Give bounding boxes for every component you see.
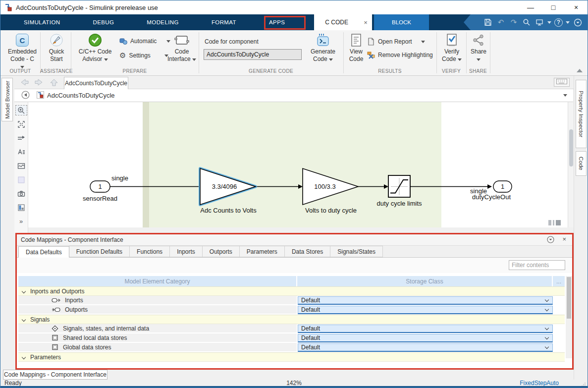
view-code-icon	[350, 33, 362, 47]
code-mappings-table: Model Element Category Storage Class ...…	[18, 276, 565, 362]
up-to-parent-icon[interactable]	[49, 78, 59, 88]
generate-code-button[interactable]: Generate Code	[307, 32, 339, 63]
code-interface-button[interactable]: Code Interface	[166, 32, 198, 63]
tab-parameters[interactable]: Parameters	[239, 246, 285, 257]
code-advisor-button[interactable]: C/C++ Code Advisor	[74, 32, 116, 63]
collapse-group-icon[interactable]	[22, 317, 26, 321]
help-dropdown-icon[interactable]	[566, 21, 570, 24]
annotation-tool-icon[interactable]	[15, 147, 27, 157]
model-file-icon	[37, 91, 44, 100]
code-advisor-label2: Advisor	[82, 55, 102, 62]
collapse-ribbon-icon[interactable]	[577, 69, 583, 72]
storage-class-dropdown-signals[interactable]: Default	[298, 325, 553, 333]
group-row-parameters[interactable]: Parameters	[18, 352, 565, 362]
tab-outports[interactable]: Outports	[202, 246, 240, 257]
panel-vertical-scrollbar[interactable]	[566, 276, 572, 358]
zoom-tool-icon[interactable]	[15, 105, 27, 115]
storage-class-dropdown-shared-local[interactable]: Default	[298, 334, 553, 342]
screenshot-dropdown-icon[interactable]	[547, 21, 551, 24]
ribbon-tab-strip: SIMULATION DEBUG MODELING FORMAT APPS C …	[0, 14, 588, 30]
expand-palette-icon[interactable]: »	[15, 216, 27, 226]
collapse-group-icon[interactable]	[22, 355, 26, 359]
signal-routing-icon[interactable]	[15, 133, 27, 143]
tab-data-stores[interactable]: Data Stores	[284, 246, 330, 257]
row-shared-local-data-stores[interactable]: Shared local data stores	[18, 333, 297, 343]
view-code-button[interactable]: View Code	[346, 32, 366, 63]
settings-button[interactable]: ⚙ Settings	[119, 51, 168, 60]
solver-indicator[interactable]: FixedStepAuto	[520, 380, 559, 387]
tab-block[interactable]: BLOCK	[374, 14, 429, 30]
row-inports[interactable]: Inports	[18, 296, 297, 305]
row-signals-states-internal[interactable]: Signals, states, and internal data	[18, 324, 297, 333]
fit-to-view-icon[interactable]	[15, 119, 27, 129]
column-more-button[interactable]: ...	[553, 276, 565, 286]
back-icon[interactable]	[19, 78, 29, 88]
area-tool-icon[interactable]	[15, 174, 27, 185]
close-panel-icon[interactable]: ×	[562, 235, 566, 243]
breadcrumb-model-name[interactable]: AdcCountsToDutyCycle	[47, 92, 115, 99]
remove-highlighting-label: Remove Highlighting	[378, 52, 433, 58]
minimize-ribbon-icon[interactable]	[573, 17, 583, 27]
viewer-tool-icon[interactable]	[15, 161, 27, 171]
code-tab[interactable]: Code	[576, 151, 587, 176]
storage-class-dropdown-global[interactable]: Default	[298, 343, 553, 352]
storage-class-dropdown-outports[interactable]: Default	[298, 306, 553, 314]
group-row-inports-outports[interactable]: Inports and Outports	[18, 286, 565, 296]
component-name-field[interactable]	[204, 49, 302, 60]
tab-inports[interactable]: Inports	[169, 246, 203, 257]
tab-debug[interactable]: DEBUG	[76, 14, 130, 30]
automatic-button[interactable]: Automatic	[119, 38, 170, 45]
filter-contents-input[interactable]	[509, 260, 565, 270]
screenshot-tool-icon[interactable]	[15, 202, 27, 213]
share-button[interactable]: Share	[468, 32, 489, 62]
tab-c-code[interactable]: C CODE	[314, 14, 359, 30]
zoom-level[interactable]: 142%	[286, 380, 302, 387]
group-row-signals[interactable]: Signals	[18, 315, 565, 324]
remove-highlighting-button[interactable]: Remove Highlighting	[367, 51, 433, 59]
camera-icon[interactable]	[15, 188, 27, 199]
keyboard-shortcuts-icon[interactable]	[554, 78, 570, 87]
maximize-button[interactable]: □	[542, 0, 565, 14]
verify-code-button[interactable]: Verify Code	[438, 32, 465, 63]
close-button[interactable]: ×	[565, 0, 588, 14]
model-nav-tab[interactable]: AdcCountsToDutyCycle	[64, 77, 128, 89]
redo-icon[interactable]: ↷	[509, 17, 519, 27]
canvas-resize-grip[interactable]	[548, 220, 561, 225]
undo-icon[interactable]: ↶	[496, 17, 506, 27]
row-outports[interactable]: Outports	[18, 305, 297, 315]
code-mappings-dock-tab[interactable]: Code Mappings - Component Interface	[3, 370, 107, 380]
row-global-data-stores[interactable]: Global data stores	[18, 343, 297, 352]
model-browser-tab[interactable]: Model Browser	[1, 78, 13, 121]
saturation-block[interactable]	[388, 175, 410, 197]
tab-data-defaults[interactable]: Data Defaults	[18, 246, 69, 258]
tab-simulation[interactable]: SIMULATION	[7, 14, 76, 30]
quick-start-button[interactable]: Quick Start	[43, 32, 70, 63]
window-bottom-border	[0, 386, 588, 388]
tab-functions[interactable]: Functions	[129, 246, 170, 257]
breadcrumb-dropdown-icon[interactable]	[563, 94, 567, 97]
screenshot-icon[interactable]	[535, 17, 544, 27]
forward-icon[interactable]	[34, 78, 44, 88]
search-icon[interactable]	[522, 17, 532, 27]
tab-function-defaults[interactable]: Function Defaults	[69, 246, 130, 257]
open-report-button[interactable]: Open Report	[367, 38, 425, 46]
minimize-panel-icon[interactable]	[547, 236, 554, 245]
hide-explorer-bar-icon[interactable]	[21, 91, 30, 101]
panel-tab-bar: Data Defaults Function Defaults Function…	[17, 246, 572, 258]
tab-apps[interactable]: APPS	[253, 14, 301, 30]
property-inspector-tab[interactable]: Property Inspector	[576, 80, 587, 148]
help-icon[interactable]: ?	[554, 18, 563, 27]
tab-close-icon[interactable]: ×	[359, 14, 372, 30]
remove-highlighting-icon	[367, 51, 375, 59]
tab-format[interactable]: FORMAT	[195, 14, 253, 30]
collapse-group-icon[interactable]	[22, 289, 26, 293]
minimize-button[interactable]: —	[519, 0, 542, 14]
embedded-code-button[interactable]: C Embedded Code - C	[4, 32, 40, 70]
report-icon	[367, 38, 375, 46]
right-dock-strip-lower	[574, 233, 588, 380]
storage-class-dropdown-inports[interactable]: Default	[298, 296, 553, 305]
model-canvas[interactable]: 1 single sensorRead 3.3/4096 Adc Counts …	[28, 102, 568, 227]
tab-modeling[interactable]: MODELING	[130, 14, 195, 30]
save-icon[interactable]	[483, 17, 493, 27]
tab-signals-states[interactable]: Signals/States	[330, 246, 383, 257]
